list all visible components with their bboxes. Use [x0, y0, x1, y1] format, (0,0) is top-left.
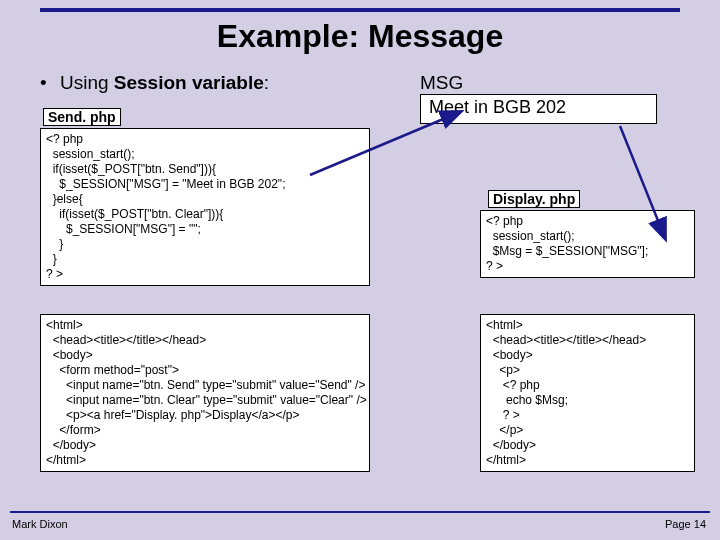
bullet-bold: Session variable [114, 72, 264, 93]
bullet-suffix: : [264, 72, 269, 93]
display-code-bottom: <html> <head><title></title></head> <bod… [480, 314, 695, 472]
bullet-prefix: Using [60, 72, 114, 93]
msg-value-box: Meet in BGB 202 [420, 94, 657, 124]
send-code-bottom: <html> <head><title></title></head> <bod… [40, 314, 370, 472]
footer-page: Page 14 [665, 518, 706, 530]
bullet-dot: • [40, 72, 47, 93]
send-code-top: <? php session_start(); if(isset($_POST[… [40, 128, 370, 286]
top-rule [40, 8, 680, 12]
send-php-label: Send. php [43, 108, 121, 126]
slide-title: Example: Message [0, 18, 720, 55]
display-php-label: Display. php [488, 190, 580, 208]
display-code-top: <? php session_start(); $Msg = $_SESSION… [480, 210, 695, 278]
bottom-rule [10, 511, 710, 513]
msg-label: MSG [420, 72, 463, 94]
bullet-usage: • Using Session variable: [40, 72, 269, 94]
footer-author: Mark Dixon [12, 518, 68, 530]
